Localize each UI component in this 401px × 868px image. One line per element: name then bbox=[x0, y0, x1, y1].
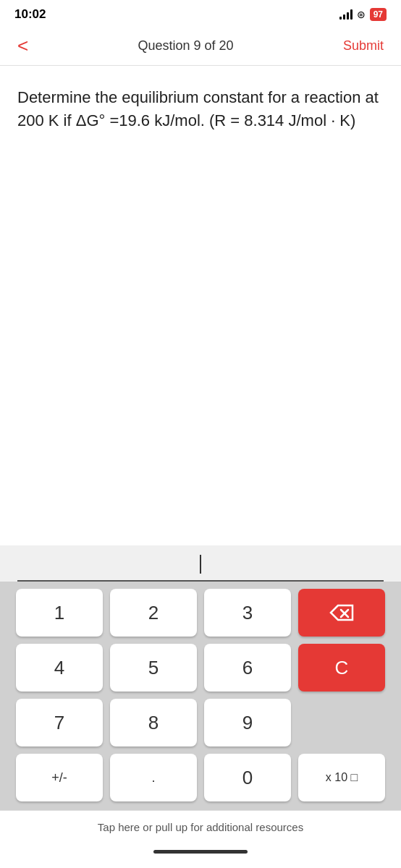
status-bar: 10:02 ⊛ 97 bbox=[0, 0, 401, 26]
back-button[interactable]: < bbox=[12, 33, 34, 58]
answer-input-display bbox=[17, 545, 384, 582]
key-delete[interactable] bbox=[298, 589, 385, 637]
answer-area bbox=[0, 545, 401, 582]
submit-button[interactable]: Submit bbox=[337, 35, 389, 56]
status-time: 10:02 bbox=[14, 7, 46, 22]
header: < Question 9 of 20 Submit bbox=[0, 26, 401, 66]
backspace-icon bbox=[329, 603, 355, 622]
key-6[interactable]: 6 bbox=[204, 644, 291, 692]
battery-indicator: 97 bbox=[370, 8, 387, 21]
main-layout: < Question 9 of 20 Submit Determine the … bbox=[0, 26, 401, 862]
key-0[interactable]: 0 bbox=[204, 754, 291, 801]
home-bar bbox=[153, 850, 248, 854]
question-section: Determine the equilibrium constant for a… bbox=[0, 66, 401, 545]
keypad: 1 2 3 4 5 6 C 7 8 9 bbox=[0, 582, 401, 810]
key-3[interactable]: 3 bbox=[204, 589, 291, 637]
key-x10[interactable]: x 10 □ bbox=[298, 754, 385, 801]
question-content: Determine the equilibrium constant for a… bbox=[0, 66, 401, 147]
key-9[interactable]: 9 bbox=[204, 699, 291, 746]
status-icons: ⊛ 97 bbox=[339, 8, 387, 21]
key-7[interactable]: 7 bbox=[16, 699, 103, 746]
key-4[interactable]: 4 bbox=[16, 644, 103, 692]
resources-bar[interactable]: Tap here or pull up for additional resou… bbox=[0, 810, 401, 844]
key-2[interactable]: 2 bbox=[110, 589, 197, 637]
text-cursor bbox=[200, 555, 201, 574]
key-clear[interactable]: C bbox=[298, 644, 385, 692]
keypad-row-1: 1 2 3 bbox=[12, 589, 389, 637]
question-progress: Question 9 of 20 bbox=[34, 38, 337, 54]
keypad-row-2: 4 5 6 C bbox=[12, 644, 389, 692]
key-plus-minus[interactable]: +/- bbox=[16, 754, 103, 801]
key-5[interactable]: 5 bbox=[110, 644, 197, 692]
question-text: Determine the equilibrium constant for a… bbox=[17, 86, 384, 132]
resources-text: Tap here or pull up for additional resou… bbox=[98, 821, 303, 833]
key-1[interactable]: 1 bbox=[16, 589, 103, 637]
signal-icon bbox=[339, 9, 353, 20]
key-8[interactable]: 8 bbox=[110, 699, 197, 746]
home-indicator bbox=[0, 844, 401, 862]
keypad-row-3: 7 8 9 bbox=[12, 699, 389, 746]
keypad-row-4: +/- . 0 x 10 □ bbox=[12, 754, 389, 801]
key-decimal[interactable]: . bbox=[110, 754, 197, 801]
wifi-icon: ⊛ bbox=[357, 9, 366, 20]
